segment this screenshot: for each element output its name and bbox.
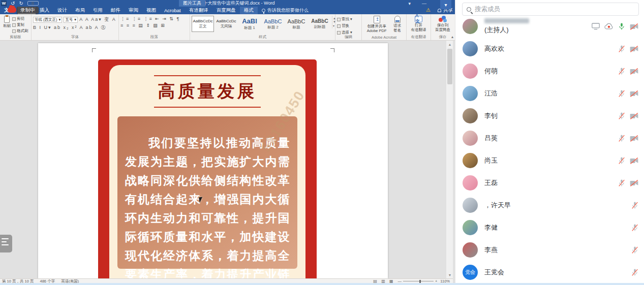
font-size-combo[interactable]: 五号▾ — [64, 17, 78, 23]
search-icon — [467, 7, 471, 12]
mic-muted-icon[interactable] — [631, 224, 638, 232]
collapse-ribbon-icon[interactable]: ▴ — [451, 35, 453, 39]
redo-icon[interactable]: ↻ — [19, 1, 23, 6]
mic-muted-icon[interactable] — [618, 112, 625, 120]
ribbon-display-options-icon[interactable]: ▾ — [408, 1, 411, 6]
tab-design[interactable]: 设计 — [53, 7, 71, 14]
zoom-track[interactable] — [403, 281, 434, 281]
mic-muted-icon[interactable] — [618, 134, 625, 142]
minimize-window-icon[interactable]: — — [422, 1, 426, 6]
style-subtitle[interactable]: AaBbC 副标题 — [309, 16, 331, 32]
participant-row[interactable]: 党会 王党会 — [455, 261, 644, 283]
style-heading1[interactable]: AaBl 标题 1 — [238, 16, 261, 32]
tab-baidu[interactable]: 百度网盘 — [212, 7, 240, 14]
mic-muted-icon[interactable] — [631, 268, 638, 276]
page-corner-mark — [92, 48, 96, 52]
mic-muted-icon[interactable] — [631, 246, 638, 254]
document-canvas[interactable]: 高质量发展 我们要坚持以推动高质量发展为主题，把实施扩大内需战略同深化供给侧结构… — [0, 41, 446, 278]
vertical-scrollbar[interactable]: ▲ ▼ — [446, 41, 453, 278]
participant-row[interactable]: 江浩 — [455, 82, 644, 105]
screen-share-icon[interactable] — [592, 23, 600, 30]
open-youdao-button[interactable]: A文 打开 有道翻译 — [410, 15, 428, 35]
participant-row[interactable]: 尚玉 — [455, 149, 644, 172]
tab-references[interactable]: 引用 — [89, 7, 107, 14]
tab-format[interactable]: 格式 — [240, 7, 258, 14]
camera-off-icon[interactable] — [630, 23, 638, 30]
document-page: 高质量发展 我们要坚持以推动高质量发展为主题，把实施扩大内需战略同深化供给侧结构… — [38, 43, 388, 278]
camera-off-icon[interactable] — [630, 68, 638, 75]
mic-muted-icon[interactable] — [631, 201, 638, 209]
meeting-app-cloud-icon[interactable] — [8, 7, 16, 13]
camera-off-icon[interactable] — [630, 135, 638, 142]
find-button[interactable]: 查找 ▾ — [337, 17, 352, 22]
participant-row[interactable]: 高欢欢 — [455, 38, 644, 60]
search-members-box[interactable] — [462, 3, 639, 16]
font-name-combo[interactable]: 等线 (西文正)▾ — [33, 17, 62, 23]
camera-off-icon[interactable] — [630, 90, 638, 98]
floating-menu-handle[interactable] — [0, 235, 12, 252]
participant-name: 高欢欢 — [484, 44, 618, 53]
style-heading2[interactable]: AaBbC 标题 2 — [262, 16, 284, 32]
search-input[interactable] — [475, 6, 634, 13]
copy-button[interactable]: 复制 — [12, 22, 28, 27]
scroll-up-icon[interactable]: ▲ — [446, 41, 453, 48]
participant-row[interactable]: 李燕 — [455, 239, 644, 261]
participant-list: (主持人) 高欢欢 何萌 — [455, 0, 644, 285]
participant-name: 何萌 — [484, 67, 618, 76]
style-title[interactable]: AaBbC 标题 — [285, 16, 308, 32]
mic-muted-icon[interactable] — [618, 89, 625, 98]
mic-muted-icon[interactable] — [618, 45, 625, 53]
camera-off-icon[interactable] — [630, 112, 638, 120]
tell-me-box[interactable]: 告诉我您想要做什么 — [258, 7, 313, 14]
paste-button[interactable]: 粘贴 — [2, 15, 12, 35]
scrollbar-thumb[interactable] — [447, 49, 452, 84]
tab-youdao[interactable]: 有道翻译 — [185, 7, 212, 14]
overlay-collapse-chevron-icon[interactable]: ▾ — [440, 0, 451, 9]
request-signature-button[interactable]: 请求 签名 — [392, 15, 403, 35]
scroll-down-icon[interactable]: ▼ — [446, 271, 453, 278]
cut-button[interactable]: 剪切 — [12, 16, 28, 21]
word-window: W ↺ ↻ 一图看懂二十大报告中这些关键词.docx - Word 图片工具 ▾… — [0, 0, 455, 285]
search-tool-icon[interactable] — [27, 1, 39, 6]
avatar — [463, 19, 478, 34]
participant-name: 李钊 — [484, 111, 618, 120]
participant-row[interactable]: 何萌 — [455, 60, 644, 82]
mic-muted-icon[interactable] — [618, 179, 625, 187]
poster-image[interactable]: 高质量发展 我们要坚持以推动高质量发展为主题，把实施扩大内需战略同深化供给侧结构… — [98, 59, 317, 278]
tab-acrobat[interactable]: Acrobat — [160, 7, 185, 14]
tab-mailings[interactable]: 邮件 — [107, 7, 125, 14]
save-to-baidu-button[interactable]: 保存到 百度网盘 — [434, 15, 452, 35]
mic-on-icon[interactable] — [618, 22, 625, 30]
format-painter-button[interactable]: 格式刷 — [12, 28, 28, 34]
recording-badge: 录制中 — [17, 7, 39, 14]
participant-name: 尚玉 — [484, 156, 618, 165]
avatar — [463, 131, 478, 146]
style-normal[interactable]: AaBbCcDc 正文 — [192, 16, 214, 32]
tab-layout[interactable]: 布局 — [71, 7, 89, 14]
avatar — [463, 108, 478, 123]
camera-off-icon[interactable] — [630, 157, 638, 165]
paragraph-list-icons[interactable]: ⋮≡ ⋮≡ ⋮≡ ⇤ ⇥ ⇅ ¶ — [120, 16, 180, 21]
participant-row[interactable]: 王磊 — [455, 172, 644, 194]
mic-muted-icon[interactable] — [618, 156, 625, 165]
participant-row[interactable]: ，许天早 — [455, 194, 644, 216]
mic-muted-icon[interactable] — [618, 67, 625, 75]
style-no-spacing[interactable]: AaBbCcDc 无间隔 — [215, 16, 237, 32]
avatar — [463, 220, 478, 235]
font-tools-icons[interactable]: A A Aa▾ 变 A — [79, 16, 116, 23]
participant-row[interactable]: 吕英 — [455, 127, 644, 149]
paragraph-align-icons[interactable]: ≡ ≡ ≡ ▤ ⇕ ▨ ⊞ — [120, 23, 166, 28]
participant-row[interactable]: 李钊 — [455, 105, 644, 127]
warning-icon: ⚠ — [426, 8, 431, 13]
word-logo-icon: W — [1, 1, 7, 6]
participant-row[interactable]: 李健 — [455, 216, 644, 239]
cloud-recording-icon[interactable] — [604, 23, 614, 30]
tab-review[interactable]: 审阅 — [125, 7, 142, 14]
font-format-icons[interactable]: B I U▾ ab x₂ x² A ab A Ⓐ — [33, 24, 107, 31]
create-pdf-button[interactable]: 创建并共享 Adobe PDF — [365, 15, 388, 35]
replace-button[interactable]: 替换 — [337, 23, 352, 28]
camera-off-icon[interactable] — [630, 179, 638, 187]
tab-view[interactable]: 视图 — [142, 7, 160, 14]
participant-row-host[interactable]: (主持人) — [455, 15, 644, 38]
camera-off-icon[interactable] — [630, 45, 638, 53]
